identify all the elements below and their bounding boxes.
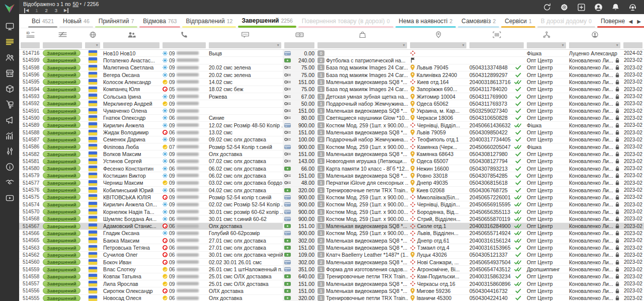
- app-logo-icon[interactable]: [0, 0, 19, 17]
- add-widget-icon[interactable]: [577, 3, 586, 12]
- filter-tracking[interactable]: [468, 42, 525, 48]
- table-row[interactable]: 514575ЗавершенийКВІТОВСЬКА ЮЛІЯ09Розмір …: [19, 194, 644, 201]
- table-row[interactable]: 514598ЗавершенийМалютина Светлана0920.02…: [19, 64, 644, 71]
- filter-input-payment[interactable]: [284, 42, 314, 48]
- sidebar-item-orders[interactable]: [3, 37, 16, 47]
- filter-input-client[interactable]: [103, 42, 159, 48]
- table-row[interactable]: 514590ЗавершенийГнатюк Олексндр06Синие80…: [19, 115, 644, 122]
- filter-phone[interactable]: [161, 42, 207, 48]
- page-number-1[interactable]: 1: [35, 8, 38, 13]
- table-row[interactable]: 514555ЗавершенийНовосад Олеся06Олх доста…: [19, 295, 644, 301]
- table-row[interactable]: 514577ЗавершенийЧерниш Максим0903.02 смс…: [19, 180, 644, 187]
- tabs-scroll-left-icon[interactable]: ◀: [629, 19, 633, 24]
- sidebar-item-integrations[interactable]: [3, 146, 16, 156]
- table-row[interactable]: 514591ЗавершенийЧумаченко Олена09151.001…: [19, 108, 644, 115]
- table-row[interactable]: 514595ЗавершенийКолосок Александр0914.02…: [19, 79, 644, 86]
- table-row[interactable]: 514716ЗавершенийНов10 Нов1009Выцв0.000Фі…: [19, 50, 644, 57]
- support-headset-icon[interactable]: [628, 3, 637, 12]
- table-row[interactable]: 514592ЗавершенийМерклингер Андрей0950.00…: [19, 100, 644, 107]
- table-row[interactable]: 514559ЗавершенийВлас Слотюу0626.01 смс 1…: [19, 266, 644, 273]
- products-column-header[interactable]: [316, 31, 409, 38]
- last-page-button[interactable]: ▶: [64, 8, 68, 13]
- tab-on-way-home[interactable]: В дорозі додому0: [537, 18, 595, 28]
- status-column-header[interactable]: [41, 31, 84, 38]
- sidebar-item-dashboard[interactable]: [3, 21, 16, 31]
- refresh-icon[interactable]: [543, 3, 551, 12]
- filter-id[interactable]: [19, 42, 41, 48]
- tab-services[interactable]: Сервіси1: [501, 18, 535, 28]
- sidebar-item-products[interactable]: [3, 84, 16, 94]
- country-column-header[interactable]: [84, 31, 102, 38]
- filter-caret-icon[interactable]: ▼: [561, 44, 565, 47]
- filter-products[interactable]: ▼: [316, 42, 409, 48]
- tab-all[interactable]: Всі4521: [28, 18, 57, 28]
- table-row[interactable]: 514593ЗавершенийСольська Ірина09Рожева67…: [19, 93, 644, 100]
- tab-declined[interactable]: Відмова763: [139, 18, 180, 28]
- table-row[interactable]: 514566ЗавершенийГладик Оксана09Голубий 6…: [19, 230, 644, 237]
- table-row[interactable]: 514586ЗавершенийФіліпова Люба07Розмір 52…: [19, 143, 644, 150]
- filter-input-phone[interactable]: [163, 42, 206, 48]
- table-row[interactable]: 514579ЗавершенийКостишин Виктор0906.02 с…: [19, 172, 644, 179]
- tab-sent[interactable]: Відправлений12: [182, 18, 236, 28]
- table-row[interactable]: 514588ЗавершенийЖидак Володимир0613.02 с…: [19, 129, 644, 136]
- table-row[interactable]: 514576ЗавершенийКобилинський Юрий0604.02…: [19, 187, 644, 194]
- table-row[interactable]: 514560ЗавершенийБокоч Иван0902.02 30.01 …: [19, 259, 644, 266]
- notifications-bell-icon[interactable]: [611, 3, 620, 12]
- filter-payment[interactable]: [283, 42, 316, 48]
- filter-caret-icon[interactable]: ▼: [616, 44, 619, 47]
- tab-new[interactable]: Новый46: [59, 18, 93, 28]
- filter-date[interactable]: [622, 42, 644, 48]
- filter-client[interactable]: [102, 42, 161, 48]
- filter-input-tracking[interactable]: [469, 42, 524, 48]
- sidebar-item-marketing[interactable]: [3, 115, 16, 125]
- filter-input-status[interactable]: [43, 42, 82, 48]
- filter-country[interactable]: ▼: [84, 42, 102, 48]
- filter-input-date[interactable]: [623, 42, 642, 48]
- sidebar-item-clients[interactable]: [3, 52, 16, 62]
- table-row[interactable]: 514580ЗавершенийФесенко Константин0606.0…: [19, 165, 644, 172]
- first-page-button[interactable]: ◀: [24, 8, 29, 13]
- tabs-scroll-right-icon[interactable]: ▶: [637, 19, 641, 24]
- table-row[interactable]: 514587ЗавершенийСеменюк Дарина0909.02 см…: [19, 136, 644, 143]
- table-row[interactable]: 514565ЗавершенийБаюка Максим0627.01 смс …: [19, 237, 644, 244]
- client-column-header[interactable]: [102, 31, 161, 38]
- filter-source[interactable]: ▼: [525, 42, 568, 48]
- table-row[interactable]: 514567ЗавершенийАдамовский Станис...06Ол…: [19, 223, 644, 230]
- table-row[interactable]: 514570ЗавершенийКорнелюк Надія Та...0930…: [19, 208, 644, 215]
- payment-column-header[interactable]: [283, 31, 316, 38]
- sidebar-item-tutorials[interactable]: [3, 193, 16, 203]
- tab-pickup[interactable]: Самовивіз2: [458, 18, 499, 28]
- filter-input-source[interactable]: ▼: [527, 42, 566, 48]
- tab-return-in-transit[interactable]: Повернення товару (в дорозі)0: [298, 18, 393, 28]
- sidebar-item-partners[interactable]: [3, 177, 16, 187]
- filter-input-manager[interactable]: ▼: [569, 42, 620, 48]
- filter-comment[interactable]: ▼: [207, 42, 283, 48]
- tab-completed[interactable]: Завершений2256: [238, 17, 296, 28]
- delivery-column-header[interactable]: [409, 31, 468, 38]
- table-row[interactable]: 514556ЗавершенийСиротюк Олександр09ОЛХ д…: [19, 287, 644, 294]
- table-row[interactable]: 514568ЗавершенийШумляс Богдана Ан...0630…: [19, 215, 644, 222]
- tab-out-of-stock[interactable]: Нема в наявності2: [395, 18, 456, 28]
- phone-column-header[interactable]: [161, 31, 207, 38]
- table-row[interactable]: 514557ЗавершенийЛила Ярослав0925.01 смс …: [19, 280, 644, 287]
- filter-manager[interactable]: ▼: [568, 42, 622, 48]
- manager-column-header[interactable]: [568, 31, 622, 38]
- filter-input-products[interactable]: ▼: [317, 42, 407, 48]
- table-row[interactable]: 514574ЗавершенийКирилич Анжела Ол...0902…: [19, 201, 644, 208]
- table-row[interactable]: 514594ЗавершенийКомпанец Юля0518.02 смс …: [19, 86, 644, 93]
- page-size-dropdown[interactable]: 50▼: [72, 1, 82, 7]
- settings-gear-icon[interactable]: [560, 3, 569, 12]
- filter-delivery[interactable]: ▼: [409, 42, 468, 48]
- filter-input-id[interactable]: [21, 42, 40, 48]
- id-column-header[interactable]: ID: [19, 31, 41, 38]
- tab-accepted[interactable]: Прийнятий7: [95, 18, 138, 28]
- table-row[interactable]: 514562ЗавершенийСучилов Олег0630.01 смс …: [19, 252, 644, 259]
- table-row[interactable]: 514596ЗавершенийВегера Оксана0920.02 смс…: [19, 71, 644, 79]
- filter-caret-icon[interactable]: ▼: [277, 44, 280, 47]
- source-column-header[interactable]: [525, 31, 568, 38]
- table-row[interactable]: 514589ЗавершенийКирилич Анжела0912.02 см…: [19, 122, 644, 129]
- filter-caret-icon[interactable]: ▼: [96, 44, 99, 47]
- filter-input-delivery[interactable]: ▼: [410, 42, 466, 48]
- sidebar-item-statistics[interactable]: [3, 130, 16, 140]
- table-row[interactable]: 514563ЗавершенийПетровська Тетяна0627.01…: [19, 244, 644, 251]
